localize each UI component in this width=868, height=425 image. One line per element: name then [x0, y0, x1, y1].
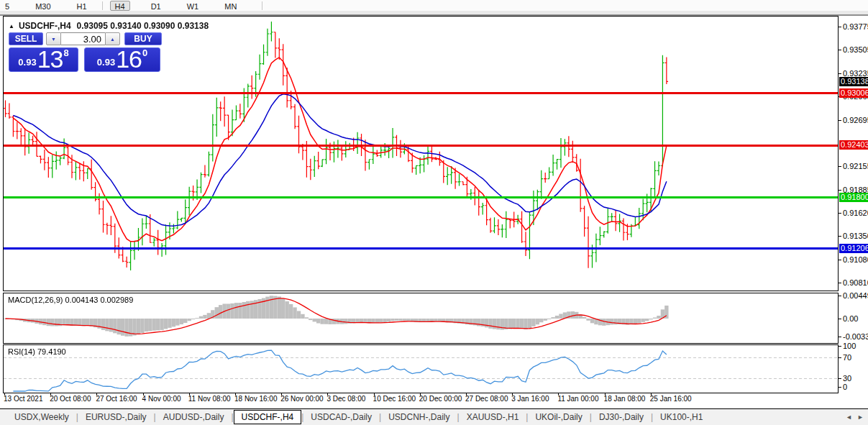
collapse-trade-panel-icon[interactable]: ▲: [9, 23, 14, 29]
chart-symbol-period: USDCHF-,H4: [19, 21, 71, 31]
rsi-axis-label: 0: [843, 383, 847, 391]
price-tick-label: 0.91350: [843, 232, 868, 240]
price-tick-label: 0.91080: [843, 255, 868, 264]
level-price-badge: 0.91800: [839, 193, 868, 202]
macd-tick-mark: [839, 296, 841, 296]
time-tick-label: 25 Jan 16:00: [650, 395, 692, 403]
price-scale[interactable]: 0.937750.935050.932350.929650.926950.921…: [839, 16, 868, 393]
time-tick-label: 27 Oct 16:00: [96, 395, 137, 403]
rsi-axis-label: 30: [843, 374, 851, 383]
buy-button[interactable]: BUY: [124, 32, 162, 45]
rsi-tick-mark: [839, 357, 841, 358]
macd-axis-label: 0.004499: [843, 291, 868, 300]
price-tick-label: 0.92155: [843, 162, 868, 170]
price-tick-mark: [839, 27, 841, 27]
price-tick-mark: [839, 260, 841, 260]
sell-button[interactable]: SELL: [9, 32, 43, 45]
macd-axis-label: 0.00: [843, 314, 858, 323]
buy-price-point: 0: [142, 47, 147, 58]
price-tick-label: 0.90810: [843, 278, 868, 287]
toolbar-separator: [102, 1, 103, 10]
time-tick-label: 20 Oct 08:00: [50, 395, 91, 403]
time-tick-label: 11 Nov 08:00: [188, 395, 231, 403]
toolbar-separator: [262, 1, 262, 10]
macd-panel: MACD(12,26,9) 0.004143 0.002989: [3, 293, 839, 344]
sell-price-point: 8: [63, 47, 68, 58]
price-tick-mark: [839, 166, 841, 167]
time-tick-label: 3 Jan 16:00: [511, 395, 549, 403]
chart-tab-usdcnh-daily[interactable]: USDCNH-,Daily: [381, 411, 457, 424]
price-tick-label: 0.92695: [843, 116, 868, 124]
price-tick-mark: [839, 73, 841, 74]
trading-platform-window: 5M30H1H4D1W1MN ▲ USDCHF-,H4 0.93095 0.93…: [0, 0, 868, 425]
time-tick-label: 27 Dec 08:00: [465, 395, 508, 403]
time-tick-label: 10 Dec 16:00: [373, 395, 416, 403]
level-price-badge: 0.93006: [839, 88, 868, 98]
time-tick-label: 18 Nov 16:00: [234, 395, 278, 403]
chart-ohlc-values: 0.93095 0.93140 0.93090 0.93138: [77, 21, 209, 31]
macd-label: MACD(12,26,9) 0.004143 0.002989: [8, 296, 133, 304]
chart-tab-audusd-daily[interactable]: AUDUSD-,Daily: [156, 411, 232, 424]
timeframe-button-h1[interactable]: H1: [72, 1, 92, 11]
rsi-tick-mark: [839, 378, 841, 379]
chart-tab-dj30-daily[interactable]: DJ30-,Daily: [592, 411, 651, 424]
sell-price-base: 0.93: [18, 57, 36, 68]
price-tick-mark: [839, 283, 841, 283]
timeframe-button-m30[interactable]: M30: [30, 1, 55, 11]
chart-tab-usdcad-daily[interactable]: USDCAD-,Daily: [303, 411, 379, 424]
volume-input[interactable]: [61, 32, 105, 45]
price-tick-label: 0.93505: [843, 45, 868, 54]
buy-price-display[interactable]: 0.93 16 0: [84, 47, 160, 72]
timeframe-toolbar: 5M30H1H4D1W1MN: [0, 0, 868, 11]
price-tick-mark: [839, 236, 841, 237]
rsi-tick-mark: [839, 346, 841, 347]
buy-price-pips: 16: [116, 48, 142, 70]
timeframe-button-w1[interactable]: W1: [182, 1, 204, 11]
time-tick-label: 11 Jan 00:00: [557, 395, 598, 403]
timeframe-button-d1[interactable]: D1: [146, 1, 166, 11]
chart-tab-xauusd-h1[interactable]: XAUUSD-,H1: [460, 411, 526, 424]
sell-price-display[interactable]: 0.93 13 8: [9, 47, 78, 72]
time-tick-label: 20 Dec 00:00: [419, 395, 462, 403]
chart-tab-bar: USDX,Weekly|EURUSD-,Daily|AUDUSD-,Daily|…: [0, 408, 868, 425]
level-price-badge: 0.92403: [839, 140, 868, 150]
chart-header: ▲ USDCHF-,H4 0.93095 0.93140 0.93090 0.9…: [9, 21, 209, 31]
rsi-axis-label: 70: [843, 353, 851, 362]
rsi-canvas: [4, 345, 838, 393]
time-tick-label: 4 Nov 00:00: [142, 395, 181, 403]
time-axis[interactable]: 13 Oct 202120 Oct 08:0027 Oct 16:004 Nov…: [3, 393, 839, 406]
rsi-label: RSI(14) 79.4190: [8, 347, 66, 356]
price-tick-mark: [839, 213, 841, 214]
macd-tick-mark: [839, 337, 841, 337]
chart-tab-ukoil-daily[interactable]: UKOil-,Daily: [528, 411, 589, 424]
macd-axis-label: -0.003333: [843, 332, 868, 341]
macd-tick-mark: [839, 319, 841, 319]
chart-tab-uk100-h1[interactable]: UK100-,H1: [653, 411, 710, 424]
one-click-trade-widget: SELL ▼ ▲ BUY 0.93 13 8 0.93 16 0: [9, 32, 168, 72]
chart-tab-eurusd-daily[interactable]: EURUSD-,Daily: [78, 411, 154, 424]
timeframe-button-5[interactable]: 5: [0, 1, 14, 11]
time-tick-label: 13 Oct 2021: [4, 395, 42, 403]
price-tick-mark: [839, 190, 841, 191]
chart-tab-usdchf-h4[interactable]: USDCHF-,H4: [234, 410, 302, 424]
tab-scroll-right-arrow[interactable]: ►: [857, 413, 864, 421]
chart-tab-usdx-weekly[interactable]: USDX,Weekly: [7, 411, 76, 424]
price-tick-mark: [839, 120, 841, 121]
volume-decrease-button[interactable]: ▼: [46, 32, 61, 45]
current-price-badge: 0.93138: [839, 77, 868, 86]
tab-scroll-left-arrow[interactable]: ◄: [846, 413, 852, 421]
time-tick-label: 3 Dec 08:00: [326, 395, 365, 403]
price-tick-label: 0.93775: [843, 22, 868, 31]
time-tick-label: 18 Jan 08:00: [604, 395, 646, 403]
timeframe-button-h4[interactable]: H4: [110, 1, 130, 11]
toolbar-divider: [0, 11, 868, 16]
time-tick-label: 26 Nov 00:00: [280, 395, 324, 403]
timeframe-button-mn[interactable]: MN: [219, 1, 242, 11]
price-tick-label: 0.91620: [843, 209, 868, 217]
level-price-badge: 0.91206: [839, 244, 868, 253]
rsi-panel: RSI(14) 79.4190: [3, 344, 839, 393]
rsi-axis-label: 100: [843, 342, 856, 350]
buy-price-base: 0.93: [97, 57, 115, 68]
volume-increase-button[interactable]: ▲: [105, 32, 120, 45]
sell-price-pips: 13: [37, 48, 63, 70]
